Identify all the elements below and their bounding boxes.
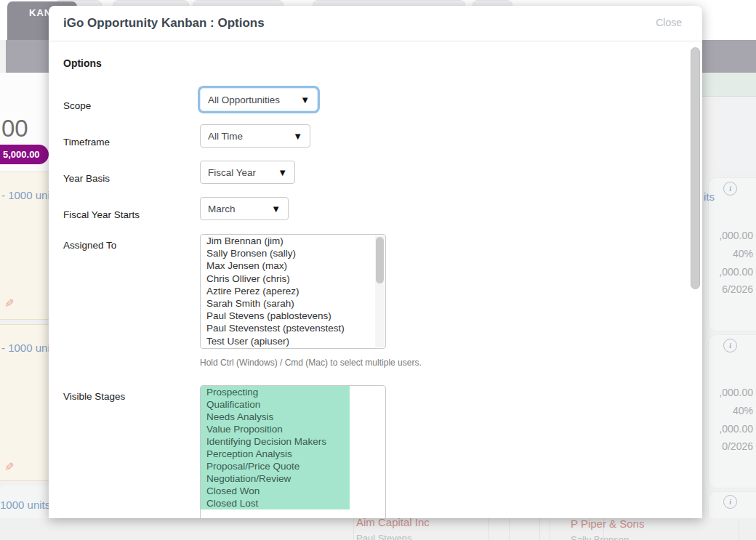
modal-scrollbar-thumb[interactable] — [691, 47, 700, 289]
timeframe-select[interactable]: All Time ▼ — [200, 124, 310, 148]
timeframe-label: Timeframe — [63, 137, 110, 148]
card-amount: ,000.00 — [702, 230, 753, 241]
options-section-heading: Options — [63, 57, 102, 69]
opportunity-link[interactable]: its — [704, 190, 715, 203]
screen: KANBA 00 5,000.00 - 1000 units ✎ - 1000 … — [0, 0, 756, 540]
year-basis-select-value: Fiscal Year — [208, 167, 256, 178]
visible-stages-listbox[interactable]: Prospecting Qualification Needs Analysis… — [200, 385, 386, 518]
visible-stages-label: Visible Stages — [63, 391, 125, 402]
modal-header: iGo Opportunity Kanban : Options Close — [49, 6, 702, 41]
card-amount: ,000.00 — [702, 423, 753, 435]
card-date: 6/2026 — [702, 283, 753, 295]
stage-option-selected[interactable]: Qualification — [201, 398, 350, 411]
info-icon[interactable]: i — [723, 495, 737, 509]
close-button[interactable]: Close — [656, 17, 682, 28]
assigned-to-listbox[interactable]: Jim Brennan (jim) Sally Bronsen (sally) … — [200, 234, 386, 349]
user-option[interactable]: Sarah Smith (sarah) — [201, 297, 385, 310]
assigned-user-label: Paul Stevens — [356, 533, 412, 540]
scope-select-value: All Opportunities — [208, 94, 280, 105]
assigned-to-help-text: Hold Ctrl (Windows) / Cmd (Mac) to selec… — [200, 358, 422, 368]
year-basis-label: Year Basis — [63, 173, 110, 184]
card-date: 0/2026 — [702, 440, 753, 452]
stage-option-selected[interactable]: Perception Analysis — [201, 448, 350, 460]
scope-label: Scope — [63, 100, 91, 111]
stage-option-selected[interactable]: Identifying Decision Makers — [201, 435, 350, 448]
year-basis-select[interactable]: Fiscal Year ▼ — [200, 161, 295, 184]
edit-pencil-icon[interactable]: ✎ — [4, 460, 14, 474]
user-option[interactable]: Max Jensen (max) — [201, 259, 385, 272]
user-option[interactable]: Test User (apiuser) — [201, 335, 385, 347]
user-option[interactable]: Aztire Perez (aperez) — [201, 285, 385, 297]
opportunity-link[interactable]: 1000 units — [0, 499, 50, 511]
chevron-down-icon: ▼ — [300, 94, 310, 105]
account-link[interactable]: P Piper & Sons — [571, 517, 644, 530]
stage-option-selected[interactable]: Closed Won — [201, 485, 350, 497]
stage-option-selected[interactable]: Prospecting — [201, 386, 350, 398]
fiscal-year-starts-label: Fiscal Year Starts — [63, 209, 140, 220]
card-amount: ,000.00 — [702, 387, 753, 398]
info-icon[interactable]: i — [723, 339, 737, 352]
modal-title: iGo Opportunity Kanban : Options — [63, 16, 265, 31]
chevron-down-icon: ▼ — [278, 167, 287, 178]
assigned-user-label: Sally Bronsen — [571, 534, 629, 540]
stage-option-selected[interactable]: Closed Lost — [201, 497, 350, 509]
chevron-down-icon: ▼ — [293, 131, 302, 142]
edit-pencil-icon[interactable]: ✎ — [4, 297, 14, 310]
scope-select[interactable]: All Opportunities ▼ — [200, 88, 318, 111]
assigned-to-label: Assigned To — [63, 240, 116, 251]
amount-badge: 5,000.00 — [0, 145, 49, 164]
listbox-scrollbar[interactable] — [375, 235, 385, 347]
user-option[interactable]: Chris Olliver (chris) — [201, 273, 385, 285]
stage-option-selected[interactable]: Needs Analysis — [201, 411, 350, 423]
timeframe-select-value: All Time — [208, 131, 243, 142]
card-probability: 40% — [702, 248, 753, 259]
user-option[interactable]: Paul Stevenstest (pstevenstest) — [201, 322, 385, 334]
chevron-down-icon: ▼ — [271, 203, 281, 214]
fiscal-year-starts-select[interactable]: March ▼ — [200, 197, 289, 220]
user-option[interactable]: Jim Brennan (jim) — [201, 235, 385, 247]
modal-scrollbar[interactable] — [691, 42, 700, 518]
listbox-scrollbar-thumb[interactable] — [376, 237, 384, 283]
card-amount: ,000.00 — [702, 266, 753, 278]
stage-panel — [716, 100, 756, 171]
user-option[interactable]: Sally Bronsen (sally) — [201, 247, 385, 259]
stage-option-selected[interactable]: Proposal/Price Quote — [201, 460, 350, 472]
options-modal: iGo Opportunity Kanban : Options Close O… — [49, 6, 702, 518]
user-option[interactable]: Paul Stevens (pablostevens) — [201, 310, 385, 322]
fiscal-year-starts-select-value: March — [208, 203, 236, 214]
stage-option-selected[interactable]: Negotiation/Review — [201, 472, 350, 485]
info-icon[interactable]: i — [723, 182, 737, 196]
summary-count: 00 — [1, 115, 28, 142]
stage-option-selected[interactable]: Value Proposition — [201, 423, 350, 435]
card-probability: 40% — [702, 405, 753, 416]
